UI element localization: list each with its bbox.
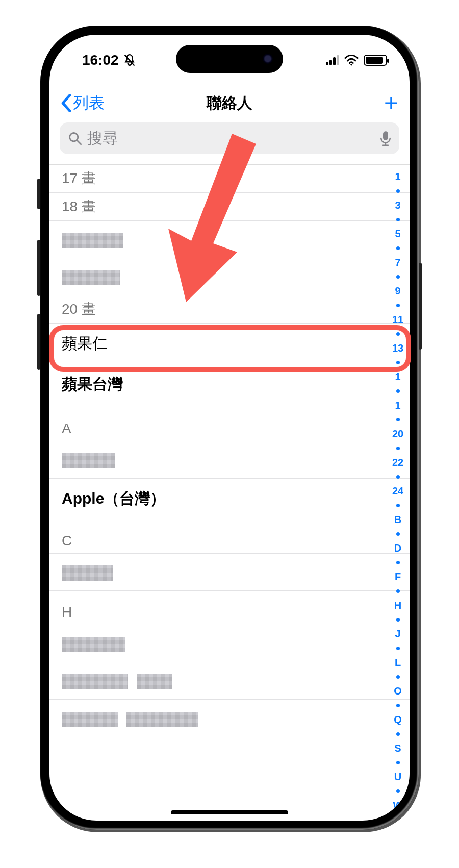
index-item[interactable]: 1 <box>395 369 400 384</box>
search-placeholder: 搜尋 <box>87 128 375 149</box>
index-item[interactable]: O <box>394 684 402 698</box>
index-item[interactable]: 13 <box>392 341 403 355</box>
index-item[interactable] <box>396 384 400 398</box>
clock: 16:02 <box>82 52 119 68</box>
power-button <box>419 263 422 350</box>
index-item[interactable]: 7 <box>395 255 400 269</box>
section-header-C: C <box>49 519 410 553</box>
index-item[interactable] <box>396 469 400 484</box>
index-item[interactable] <box>396 612 400 627</box>
index-item[interactable] <box>396 184 400 198</box>
status-bar: 16:02 <box>49 49 410 71</box>
nav-bar: 列表 聯絡人 + <box>49 88 410 118</box>
index-item[interactable]: 22 <box>392 455 403 469</box>
index-item[interactable]: 1 <box>395 169 400 184</box>
svg-rect-3 <box>383 131 388 140</box>
screen: 16:02 列表 聯絡人 + <box>49 35 410 821</box>
index-item[interactable] <box>396 584 400 598</box>
index-item[interactable] <box>396 298 400 312</box>
search-icon <box>68 131 82 145</box>
index-item[interactable] <box>396 812 400 821</box>
index-item[interactable] <box>396 269 400 284</box>
index-item[interactable]: 1 <box>395 398 400 412</box>
index-item[interactable]: 3 <box>395 198 400 212</box>
wifi-icon <box>344 55 359 66</box>
silent-icon <box>123 54 136 67</box>
index-item[interactable]: F <box>395 569 401 584</box>
section-index[interactable]: 13579111311202224BDFHJLOQSUWY#Z <box>389 169 406 821</box>
index-item[interactable]: 24 <box>392 484 403 498</box>
index-item[interactable] <box>396 755 400 770</box>
index-item[interactable]: J <box>395 627 400 641</box>
search-field[interactable]: 搜尋 <box>60 122 399 154</box>
index-item[interactable]: 20 <box>392 427 403 441</box>
index-item[interactable]: 5 <box>395 227 400 241</box>
volume-up-button <box>37 240 40 296</box>
index-item[interactable]: H <box>394 598 401 612</box>
index-item[interactable] <box>396 527 400 541</box>
svg-line-2 <box>77 140 81 144</box>
section-header-A: A <box>49 405 410 441</box>
contact-row-pingguoren[interactable]: 蘋果仁 <box>49 323 410 364</box>
index-item[interactable]: W <box>393 798 403 812</box>
index-item[interactable] <box>396 555 400 569</box>
volume-down-button <box>37 314 40 370</box>
index-item[interactable]: U <box>394 770 401 784</box>
section-header-18: 18 畫 <box>49 192 410 220</box>
battery-icon <box>364 55 387 66</box>
index-item[interactable]: S <box>394 741 401 755</box>
contact-row-apple-tw[interactable]: Apple（台灣） <box>49 478 410 519</box>
contact-row[interactable] <box>49 625 410 662</box>
contact-row[interactable] <box>49 441 410 478</box>
section-header-H: H <box>49 590 410 625</box>
index-item[interactable]: 11 <box>392 312 403 327</box>
index-item[interactable] <box>396 212 400 227</box>
contact-row[interactable] <box>49 220 410 258</box>
index-item[interactable] <box>396 441 400 455</box>
cell-signal-icon <box>326 55 339 65</box>
contacts-list[interactable]: 17 畫 18 畫 20 畫 蘋果仁 蘋果台灣 A Apple（台灣） C H <box>49 164 410 821</box>
home-indicator[interactable] <box>171 810 288 814</box>
index-item[interactable]: Q <box>394 712 402 727</box>
section-header-17: 17 畫 <box>49 164 410 192</box>
contact-row[interactable] <box>49 258 410 295</box>
dictate-icon[interactable] <box>380 131 391 146</box>
index-item[interactable] <box>396 727 400 741</box>
index-item[interactable] <box>396 498 400 512</box>
contact-row[interactable] <box>49 662 410 699</box>
side-button <box>37 179 40 209</box>
index-item[interactable] <box>396 698 400 712</box>
index-item[interactable] <box>396 669 400 684</box>
index-item[interactable]: 9 <box>395 284 400 298</box>
index-item[interactable] <box>396 784 400 798</box>
contact-row[interactable] <box>49 699 410 736</box>
index-item[interactable]: D <box>394 541 401 555</box>
contact-row[interactable] <box>49 553 410 590</box>
phone-frame: 16:02 列表 聯絡人 + <box>40 26 419 830</box>
index-item[interactable] <box>396 241 400 255</box>
index-item[interactable] <box>396 412 400 427</box>
index-item[interactable] <box>396 355 400 369</box>
index-item[interactable]: L <box>395 655 401 669</box>
index-item[interactable] <box>396 327 400 341</box>
index-item[interactable]: B <box>394 512 401 527</box>
section-header-20: 20 畫 <box>49 295 410 323</box>
svg-point-0 <box>350 64 352 66</box>
contact-row-pingguo-taiwan[interactable]: 蘋果台灣 <box>49 364 410 405</box>
page-title: 聯絡人 <box>49 93 410 114</box>
index-item[interactable] <box>396 641 400 655</box>
